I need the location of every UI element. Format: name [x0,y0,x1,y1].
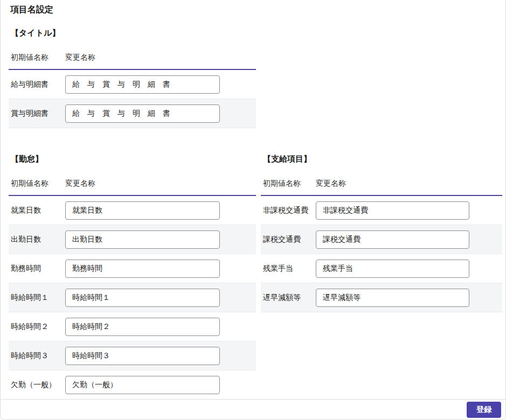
changed-name-input[interactable] [316,289,469,307]
column-headers: 初期値名称 変更名称 [261,178,502,188]
row-label: 残業手当 [263,264,316,274]
table-rows: 給与明細書 賞与明細書 [9,70,256,128]
row-label: 就業日数 [11,206,65,215]
section-heading-title: 【タイトル】 [9,28,256,38]
table-row: 非課税交通費 [261,196,502,225]
item-name-settings-page: 項目名設定 【タイトル】 初期値名称 変更名称 給与明細書 賞与明細書 【勤怠】… [0,0,506,420]
changed-name-input[interactable] [65,347,220,365]
row-label: 時給時間２ [11,322,65,332]
changed-name-input[interactable] [65,376,220,394]
section-heading-payment: 【支給項目】 [261,154,502,164]
changed-name-input[interactable] [65,318,220,336]
changed-name-input[interactable] [65,230,220,249]
table-row: 残業手当 [261,254,502,283]
footer-bar: 登録 [1,399,505,419]
row-label: 課税交通費 [263,235,316,244]
table-row: 勤務時間 [9,254,256,283]
changed-name-input[interactable] [65,75,220,94]
column-headers: 初期値名称 変更名称 [9,178,256,188]
col-initial-name: 初期値名称 [11,178,65,188]
row-label: 時給時間１ [11,293,65,303]
column-headers: 初期値名称 変更名称 [9,52,256,62]
changed-name-input[interactable] [65,289,220,307]
table-row: 給与明細書 [9,70,256,99]
section-title: 【タイトル】 初期値名称 変更名称 給与明細書 賞与明細書 [9,28,256,128]
row-label: 給与明細書 [11,80,65,89]
row-label: 勤務時間 [11,264,65,274]
table-row: 賞与明細書 [9,99,256,128]
changed-name-input[interactable] [316,230,469,249]
row-label: 欠勤（一般） [11,380,65,390]
table-row: 遅早減額等 [261,283,502,312]
table-row: 欠勤（一般） [9,370,256,400]
register-button[interactable]: 登録 [467,402,501,418]
table-row: 時給時間３ [9,341,256,370]
row-label: 賞与明細書 [11,109,65,118]
changed-name-input[interactable] [316,201,469,220]
changed-name-input[interactable] [65,201,220,220]
table-row: 時給時間２ [9,312,256,341]
col-changed-name: 変更名称 [65,52,95,62]
table-row: 課税交通費 [261,225,502,254]
row-label: 時給時間３ [11,351,65,361]
section-payment: 【支給項目】 初期値名称 変更名称 非課税交通費 課税交通費 残業手当 遅早減額… [261,154,502,312]
col-initial-name: 初期値名称 [263,178,316,188]
changed-name-input[interactable] [316,260,469,278]
row-label: 遅早減額等 [263,293,316,303]
table-row: 時給時間１ [9,283,256,312]
page-title: 項目名設定 [10,4,53,16]
col-changed-name: 変更名称 [316,178,346,188]
section-heading-attendance: 【勤怠】 [9,154,256,164]
table-rows: 就業日数 出勤日数 勤務時間 時給時間１ 時給時間２ 時給時間３ [9,196,256,400]
section-attendance: 【勤怠】 初期値名称 変更名称 就業日数 出勤日数 勤務時間 時給時間１ [9,154,256,400]
table-rows: 非課税交通費 課税交通費 残業手当 遅早減額等 [261,196,502,312]
row-label: 出勤日数 [11,235,65,244]
row-label: 非課税交通費 [263,206,316,215]
col-initial-name: 初期値名称 [11,52,65,62]
table-row: 出勤日数 [9,225,256,254]
table-row: 就業日数 [9,196,256,225]
col-changed-name: 変更名称 [65,178,95,188]
changed-name-input[interactable] [65,104,220,123]
changed-name-input[interactable] [65,260,220,278]
